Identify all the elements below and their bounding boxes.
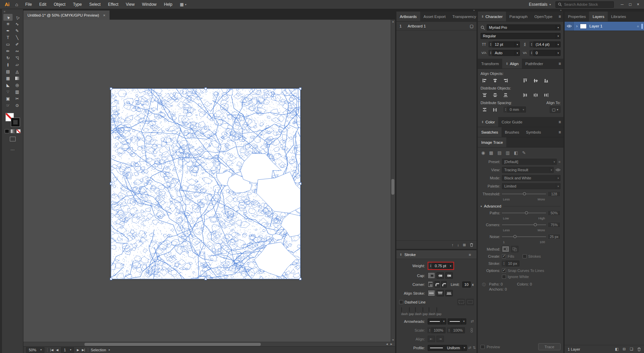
new-layer-icon[interactable]: ❏ <box>630 347 633 351</box>
layer-target-icon[interactable]: ○ <box>635 24 641 28</box>
home-icon[interactable]: ⌂ <box>12 2 21 7</box>
chevron-down-icon[interactable]: ▾ <box>462 345 467 351</box>
next-artboard-button[interactable]: ▶ <box>77 348 79 352</box>
chevron-down-icon[interactable]: ▾ <box>515 42 519 47</box>
align-right-button[interactable] <box>502 77 510 84</box>
delete-artboard-icon[interactable] <box>470 243 473 247</box>
bevel-join-button[interactable] <box>441 281 447 288</box>
tab-layers[interactable]: Layers <box>589 12 608 21</box>
tool-type[interactable]: T <box>3 34 13 41</box>
tool-selection[interactable]: ▲ <box>3 14 13 21</box>
chevron-down-icon[interactable]: ▾ <box>556 33 560 39</box>
tool-blend[interactable]: ◎ <box>13 82 22 89</box>
ignore-white-checkbox[interactable] <box>502 275 506 279</box>
tool-direct-selection[interactable]: △ <box>13 14 22 21</box>
tab-symbols[interactable]: Symbols <box>523 127 544 137</box>
tool-line-segment[interactable]: ╲ <box>13 34 22 41</box>
artboard-number-select[interactable]: 1 ▾ <box>61 347 74 353</box>
align-middle-vertical-button[interactable] <box>532 77 540 84</box>
kerning-combo[interactable]: ▴▾ Auto ▾ <box>489 50 520 56</box>
horizontal-scrollbar[interactable]: ◀ ▶ <box>23 342 395 346</box>
preset-black-white-icon[interactable]: ◧ <box>514 150 518 155</box>
expand-layer-icon[interactable]: › <box>574 24 580 28</box>
selection-handle-top-right[interactable] <box>299 87 301 90</box>
delete-layer-icon[interactable] <box>637 347 641 351</box>
corners-value[interactable]: 75% <box>548 222 561 228</box>
stroke-panel-header[interactable]: ⇕ Stroke ≡ <box>396 250 476 259</box>
threshold-value[interactable]: 128 <box>548 191 561 197</box>
arrowhead-end-combo[interactable]: ▾ <box>448 318 466 325</box>
view-eye-icon[interactable] <box>555 168 561 172</box>
vertical-spacing-button[interactable] <box>481 106 489 113</box>
canvas-viewport[interactable]: ▲ ▼ <box>23 20 395 342</box>
noise-value[interactable]: 25 px <box>548 234 561 239</box>
layer-list-item[interactable]: › Layer 1 ○ <box>565 22 644 31</box>
menu-window[interactable]: Window <box>139 2 160 7</box>
collapse-panels-icon[interactable]: » <box>560 9 562 12</box>
font-style-combo[interactable]: Regular ▾ <box>481 33 561 39</box>
tab-color-guide[interactable]: Color Guide <box>498 117 526 127</box>
tool-magic-wand[interactable]: ✳ <box>3 21 13 27</box>
chevron-down-icon[interactable]: ▾ <box>515 50 519 56</box>
menu-effect[interactable]: Effect <box>105 2 122 7</box>
align-dash-button[interactable] <box>466 299 474 305</box>
none-mode-button[interactable] <box>16 129 21 133</box>
collapse-panels-icon[interactable]: » <box>473 9 475 12</box>
tool-symbol-sprayer[interactable]: ∵ <box>3 89 13 95</box>
distribute-center-vertical-button[interactable] <box>491 92 499 98</box>
flip-along-icon[interactable]: ⇄ <box>468 346 471 350</box>
method-overlapping-button[interactable] <box>511 246 519 252</box>
scroll-up-icon[interactable]: ▲ <box>391 20 395 23</box>
last-artboard-button[interactable]: ▶| <box>82 348 85 352</box>
status-expand-icon[interactable]: ▸ <box>109 348 110 351</box>
tool-perspective-grid[interactable]: ◬ <box>13 68 22 75</box>
gap-field[interactable]: gap <box>423 308 428 316</box>
move-artboard-down-icon[interactable]: ↓ <box>457 243 459 247</box>
threshold-slider-thumb[interactable] <box>523 192 526 195</box>
preserve-dash-button[interactable] <box>457 299 465 305</box>
advanced-section-header[interactable]: ▾ Advanced <box>481 204 561 208</box>
kerning-stepper[interactable]: ▴▾ <box>489 50 493 56</box>
horizontal-spacing-button[interactable] <box>491 106 499 113</box>
tool-paintbrush[interactable]: ✐ <box>13 41 22 48</box>
artboard-row-name[interactable]: Artboard 1 <box>408 24 467 28</box>
tool-hand[interactable]: ☞ <box>3 102 13 109</box>
strokes-checkbox[interactable] <box>523 254 527 258</box>
arrowhead-start-combo[interactable]: ▾ <box>428 318 446 325</box>
tool-column-graph[interactable]: ▥ <box>13 89 22 95</box>
first-artboard-button[interactable]: |◀ <box>50 348 53 352</box>
align-to-button[interactable]: ▢ ▾ <box>550 106 561 113</box>
scroll-down-icon[interactable]: ▼ <box>391 339 395 341</box>
tab-align[interactable]: ⇕Align <box>502 59 522 68</box>
paths-slider-thumb[interactable] <box>525 211 528 214</box>
distribute-top-button[interactable] <box>481 92 489 98</box>
menu-select[interactable]: Select <box>86 2 104 7</box>
font-size-combo[interactable]: ▴▾ 12 pt ▾ <box>489 41 520 47</box>
menu-view[interactable]: View <box>122 2 138 7</box>
align-center-horizontal-button[interactable] <box>491 77 499 84</box>
artboard-icon[interactable]: ▢ <box>470 24 473 28</box>
miter-limit-input[interactable]: 10 <box>462 281 470 288</box>
menu-object[interactable]: Object <box>51 2 69 7</box>
selection-handle-bottom-center[interactable] <box>204 278 207 280</box>
artboard[interactable] <box>111 89 300 279</box>
tab-opentype[interactable]: OpenType <box>531 12 556 21</box>
weight-stepper[interactable]: ▴▾ <box>429 263 433 269</box>
dashed-line-checkbox[interactable] <box>399 300 403 304</box>
previous-artboard-button[interactable]: ◀ <box>56 348 58 352</box>
butt-cap-button[interactable] <box>428 272 435 279</box>
dash-field[interactable]: dash <box>429 308 435 316</box>
align-stroke-outside-button[interactable] <box>445 290 453 296</box>
align-arrow-end-button[interactable]: ⇥ <box>436 336 444 342</box>
tool-eyedropper[interactable]: ◣ <box>3 82 13 89</box>
paths-value[interactable]: 50% <box>548 210 561 216</box>
close-tab-icon[interactable]: × <box>103 13 105 17</box>
selection-handle-mid-left[interactable] <box>110 182 112 185</box>
tab-character[interactable]: ⇕Character <box>478 12 506 21</box>
restore-button[interactable]: □ <box>629 2 631 7</box>
menu-file[interactable]: File <box>22 2 35 7</box>
trace-button[interactable]: Trace <box>538 343 561 350</box>
align-top-button[interactable] <box>521 77 529 84</box>
tool-zoom[interactable]: ⊙ <box>13 102 22 109</box>
projecting-cap-button[interactable] <box>445 272 453 279</box>
